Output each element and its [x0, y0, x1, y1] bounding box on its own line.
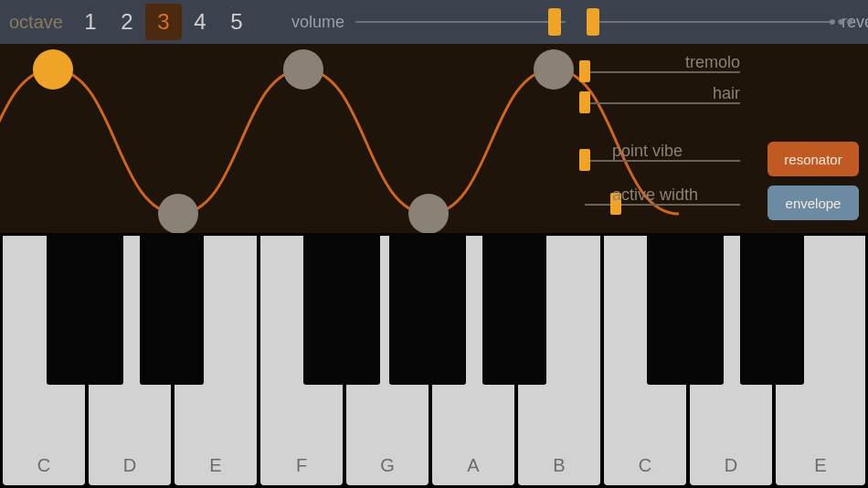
- wave-node-0[interactable]: [33, 49, 73, 90]
- wave-node-4[interactable]: [534, 49, 574, 90]
- key-label: D: [123, 455, 136, 476]
- key-label: B: [553, 455, 565, 476]
- side-controls: tremolo hair point vibe resonator active…: [585, 55, 859, 225]
- active-width-slider[interactable]: active width: [585, 187, 740, 218]
- point-vibe-slider[interactable]: point vibe: [585, 143, 740, 175]
- tremolo-label: tremolo: [685, 53, 740, 72]
- volume-thumb[interactable]: [548, 8, 561, 36]
- hair-slider[interactable]: hair: [585, 86, 859, 117]
- black-key-4[interactable]: [482, 233, 546, 385]
- top-bar: octave 12345 volume reverb •••: [0, 0, 868, 44]
- octave-1[interactable]: 1: [72, 4, 109, 40]
- key-label: E: [814, 455, 826, 476]
- volume-label: volume: [291, 13, 344, 32]
- reverb-slider[interactable]: reverb: [593, 13, 868, 32]
- key-label: G: [380, 455, 395, 476]
- key-label: C: [37, 455, 50, 476]
- envelope-button[interactable]: envelope: [767, 186, 859, 220]
- black-key-3[interactable]: [389, 233, 466, 385]
- octave-4[interactable]: 4: [182, 4, 218, 40]
- wave-area[interactable]: tremolo hair point vibe resonator active…: [0, 44, 868, 236]
- resonator-button[interactable]: resonator: [767, 142, 859, 176]
- key-label: A: [467, 455, 479, 476]
- key-label: C: [639, 455, 651, 476]
- wave-node-2[interactable]: [283, 49, 323, 90]
- point-vibe-thumb[interactable]: [579, 149, 590, 171]
- tremolo-thumb[interactable]: [579, 60, 590, 82]
- key-label: F: [296, 455, 307, 476]
- key-label: E: [209, 455, 221, 476]
- tremolo-slider[interactable]: tremolo: [585, 55, 859, 86]
- black-key-2[interactable]: [303, 233, 380, 385]
- keyboard: CDEFGABCDE: [0, 233, 868, 488]
- hair-label: hair: [713, 84, 740, 103]
- black-key-0[interactable]: [47, 233, 123, 385]
- wave-node-3[interactable]: [408, 194, 449, 234]
- key-label: D: [725, 455, 737, 476]
- point-vibe-label: point vibe: [612, 142, 683, 161]
- black-key-6[interactable]: [740, 233, 804, 385]
- octave-2[interactable]: 2: [109, 4, 145, 40]
- hair-thumb[interactable]: [579, 91, 590, 113]
- octave-label: octave: [9, 12, 63, 33]
- octave-3[interactable]: 3: [145, 4, 182, 40]
- more-icon[interactable]: •••: [829, 10, 855, 34]
- reverb-thumb[interactable]: [587, 8, 599, 36]
- wave-node-1[interactable]: [158, 194, 198, 234]
- octave-5[interactable]: 5: [218, 4, 255, 40]
- black-key-1[interactable]: [140, 233, 204, 385]
- volume-slider[interactable]: volume: [291, 13, 566, 32]
- active-width-label: active width: [612, 186, 698, 205]
- black-key-5[interactable]: [647, 233, 724, 385]
